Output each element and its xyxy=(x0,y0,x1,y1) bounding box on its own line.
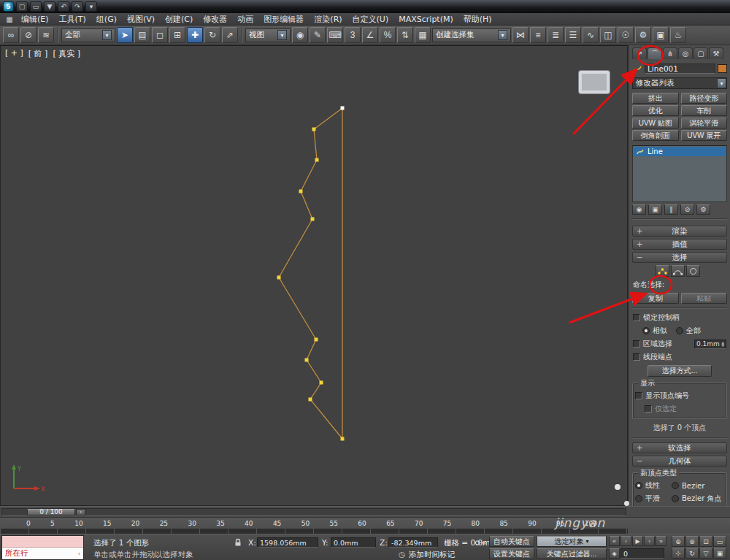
menu-item-7[interactable]: 图形编辑器 xyxy=(258,13,309,25)
curve-editor-icon[interactable]: ∿ xyxy=(583,27,599,43)
select-and-manipulate-icon[interactable]: ✎ xyxy=(310,27,326,43)
configure-modifier-sets-icon[interactable]: ⚙ xyxy=(696,204,710,215)
time-slider-track[interactable]: 0 / 100 › xyxy=(1,508,626,516)
show-vertex-numbers-checkbox[interactable] xyxy=(635,392,642,399)
modifier-stack[interactable]: Line xyxy=(632,145,727,202)
bezier-corner-radio[interactable] xyxy=(672,495,679,502)
menu-item-8[interactable]: 渲染(R) xyxy=(309,13,347,25)
segment-subobject-button[interactable] xyxy=(671,265,685,277)
maximize-viewport-icon[interactable]: ▣ xyxy=(713,548,726,559)
select-by-button[interactable]: 选择方式... xyxy=(648,365,712,377)
zoom-icon[interactable]: ⊕ xyxy=(672,536,685,547)
rollout-rendering[interactable]: +渲染 xyxy=(632,226,727,237)
rollout-geometry[interactable]: −几何体 xyxy=(632,456,727,467)
angle-snap-icon[interactable]: ∠ xyxy=(362,27,378,43)
pan-icon[interactable]: ⊹ xyxy=(672,548,685,559)
menu-item-9[interactable]: 自定义(U) xyxy=(347,13,394,25)
modifier-button-6[interactable]: 倒角剖面 xyxy=(632,130,679,141)
key-filters-button[interactable]: 关键点过滤器... xyxy=(537,548,607,559)
align-icon[interactable]: ≡ xyxy=(530,27,546,43)
menu-item-1[interactable]: 工具(T) xyxy=(54,13,91,25)
new-scene-icon[interactable]: ▢ xyxy=(16,1,28,12)
paste-button[interactable]: 粘贴 xyxy=(681,293,728,304)
tab-motion[interactable]: ◎ xyxy=(678,47,693,59)
listener-script-row[interactable]: 所在行 ‹ xyxy=(2,548,83,559)
next-frame-nub[interactable]: › xyxy=(76,509,85,515)
bind-to-space-warp-icon[interactable]: ≋ xyxy=(38,27,54,43)
percent-snap-icon[interactable]: % xyxy=(380,27,396,43)
spline-subobject-button[interactable] xyxy=(686,265,700,277)
object-color-swatch[interactable] xyxy=(718,64,727,73)
menu-item-2[interactable]: 组(G) xyxy=(91,13,122,25)
spinner-snap-icon[interactable]: ⇅ xyxy=(397,27,413,43)
undo-icon[interactable]: ↶ xyxy=(58,1,69,12)
redo-icon[interactable]: ↷ xyxy=(72,1,83,12)
set-key-icon[interactable] xyxy=(474,539,487,547)
linear-radio[interactable] xyxy=(635,482,642,489)
open-file-icon[interactable]: ▭ xyxy=(30,1,42,12)
rollout-interpolation[interactable]: +插值 xyxy=(632,239,727,250)
y-coordinate-field[interactable] xyxy=(331,537,376,548)
menu-item-10[interactable]: MAXScript(M) xyxy=(393,13,458,25)
material-editor-icon[interactable]: ☉ xyxy=(618,27,634,43)
snaps-toggle-icon[interactable]: 3 xyxy=(345,27,361,43)
x-coordinate-field[interactable] xyxy=(257,537,318,548)
make-unique-icon[interactable]: ∥ xyxy=(664,204,678,215)
viewport-front[interactable]: [ + ] [ 前 ] [ 真实 ] X Y xyxy=(0,45,628,506)
rollout-soft-selection[interactable]: +软选择 xyxy=(632,442,727,453)
play-icon[interactable]: ▶ xyxy=(632,536,643,546)
edit-named-sets-icon[interactable]: ▦ xyxy=(415,27,431,43)
rectangular-selection-icon[interactable]: ◻ xyxy=(152,27,168,43)
render-production-icon[interactable]: ♨ xyxy=(670,27,686,43)
graphite-ribbon-icon[interactable]: ☰ xyxy=(565,27,581,43)
modifier-button-5[interactable]: 涡轮平滑 xyxy=(681,118,728,129)
viewport-menu-shading[interactable]: [ 真实 ] xyxy=(53,48,80,59)
select-object-icon[interactable]: ➤ xyxy=(117,27,133,43)
zoom-extents-icon[interactable]: ⊡ xyxy=(699,536,712,547)
save-file-icon[interactable]: ▼ xyxy=(44,1,55,12)
field-of-view-icon[interactable]: ▽ xyxy=(699,548,712,559)
z-coordinate-field[interactable] xyxy=(388,537,438,548)
modifier-button-2[interactable]: 优化 xyxy=(632,105,679,116)
go-to-start-icon[interactable]: « xyxy=(609,536,620,546)
set-key-button[interactable]: 设置关键点 xyxy=(489,548,534,559)
menu-item-4[interactable]: 创建(C) xyxy=(160,13,198,25)
modifier-button-7[interactable]: UVW 展开 xyxy=(681,130,728,141)
modifier-button-1[interactable]: 路径变形 xyxy=(681,93,728,104)
viewport-menu-general[interactable]: [ + ] xyxy=(5,48,23,59)
object-name-field[interactable] xyxy=(645,64,715,74)
bezier-radio[interactable] xyxy=(672,482,679,489)
tab-utilities[interactable]: ⚒ xyxy=(709,47,723,59)
spinner-arrows-icon[interactable]: ▲▼ xyxy=(721,341,724,347)
menu-item-5[interactable]: 修改器 xyxy=(198,13,232,25)
auto-key-button[interactable]: 自动关键点 xyxy=(489,536,534,547)
menu-item-6[interactable]: 动画 xyxy=(232,13,258,25)
rendered-frame-icon[interactable]: ▣ xyxy=(653,27,669,43)
current-frame-field[interactable] xyxy=(620,548,664,559)
maxscript-mini-listener[interactable]: 所在行 ‹ xyxy=(1,535,84,560)
listener-scroll-icon[interactable]: ‹ xyxy=(77,550,80,557)
render-setup-icon[interactable]: ⚙ xyxy=(635,27,651,43)
go-to-end-icon[interactable]: » xyxy=(656,536,666,546)
listener-macro-row[interactable] xyxy=(2,536,83,548)
copy-button[interactable]: 复制 xyxy=(632,293,679,304)
zoom-all-icon[interactable]: ⊛ xyxy=(685,536,699,547)
workspace-dropdown-icon[interactable]: ▾ xyxy=(85,1,97,12)
menu-item-0[interactable]: 编辑(E) xyxy=(16,13,54,25)
remove-modifier-icon[interactable]: ⊘ xyxy=(680,204,694,215)
key-mode-toggle[interactable]: ◈ xyxy=(609,548,620,559)
orbit-icon[interactable]: ↻ xyxy=(685,548,699,559)
segment-end-checkbox[interactable] xyxy=(633,353,640,361)
modifier-list-dropdown[interactable]: 修改器列表 ▾ xyxy=(632,77,727,89)
schematic-view-icon[interactable]: ◫ xyxy=(600,27,616,43)
vertex-subobject-button[interactable] xyxy=(656,265,669,277)
selected-only-checkbox[interactable] xyxy=(645,405,652,413)
tab-hierarchy[interactable]: ⋔ xyxy=(663,47,677,59)
all-radio[interactable] xyxy=(676,327,683,334)
lock-handles-checkbox[interactable] xyxy=(633,314,640,321)
select-and-move-icon[interactable]: ✚ xyxy=(187,27,203,43)
tab-modify[interactable]: ⌒ xyxy=(648,47,662,59)
menu-item-11[interactable]: 帮助(H) xyxy=(458,13,497,25)
menu-item-3[interactable]: 视图(V) xyxy=(122,13,160,25)
transform-lock-icon[interactable] xyxy=(234,538,242,547)
